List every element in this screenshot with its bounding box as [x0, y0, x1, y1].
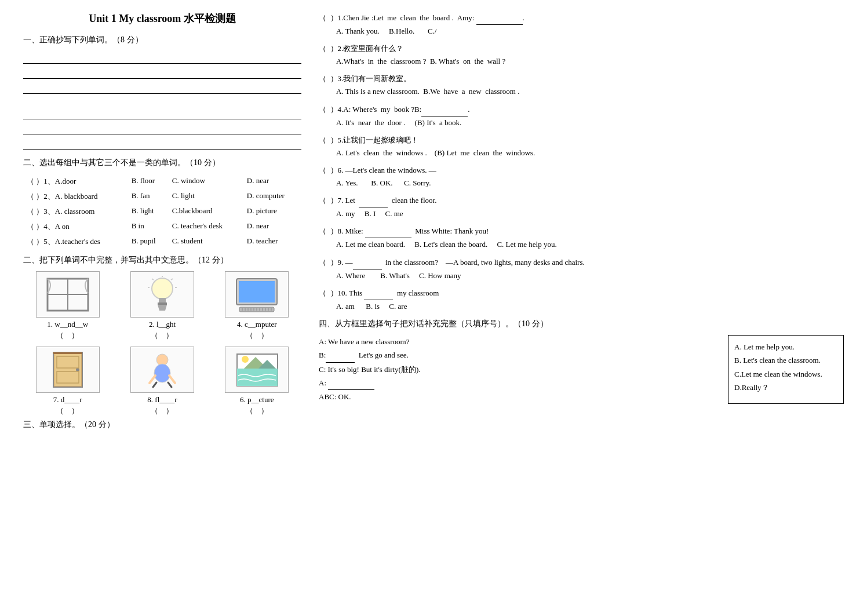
- floor-icon: [130, 347, 194, 393]
- svg-line-6: [152, 279, 154, 280]
- section4-content: A: We have a new classroom? B: Let's go …: [319, 335, 844, 404]
- section4-title: 四、从方框里选择句子把对话补充完整（只填序号）。（10 分）: [319, 319, 844, 329]
- dialog-line-1: A: We have a new classroom?: [319, 335, 719, 348]
- q10-text: （ ）10. This my classroom: [319, 287, 844, 300]
- q8-text: （ ）8. Mike: Miss White: Thank you!: [319, 225, 844, 238]
- q3-options: A. This is a new classroom. B.We have a …: [319, 85, 844, 98]
- q4-text: （ ）4.A: Where's my book ?B: .: [319, 103, 844, 116]
- section4-title: 三、单项选择。（20 分）: [23, 420, 301, 430]
- computer-icon: [225, 271, 289, 318]
- right-column: （ ）1.Chen Jie :Let me clean the board . …: [319, 12, 844, 432]
- vocab-blank-floor: 8. fl____r: [118, 395, 206, 404]
- q4-blank[interactable]: [421, 103, 468, 116]
- q7-block: （ ）7. Let clean the floor. A. my B. I C.…: [319, 194, 844, 220]
- section2-title: 二、选出每组中与其它三个不是一类的单词。（10 分）: [23, 158, 301, 168]
- vocab-picture: 6. p__cture （ ）: [213, 347, 301, 416]
- q3-text: （ ）3.我们有一间新教室。: [319, 72, 844, 85]
- q5-text: （ ）5.让我们一起擦玻璃吧！: [319, 134, 844, 147]
- svg-point-3: [152, 278, 173, 299]
- svg-marker-11: [158, 305, 167, 311]
- table-row: （ ）1、A.door B. floor C. window D. near: [23, 174, 301, 189]
- q3-block: （ ）3.我们有一间新教室。 A. This is a new classroo…: [319, 72, 844, 98]
- copy-line-4: [23, 107, 301, 119]
- q4-options: A. It's near the door . (B) It's a book.: [319, 116, 844, 129]
- dialog-blank-b[interactable]: [326, 348, 355, 362]
- vocab-grid-row1: 1. w__nd__w （ ）: [23, 271, 301, 341]
- left-column: Unit 1 My classroom 水平检测题 一、正确抄写下列单词。（8 …: [23, 12, 301, 432]
- page: Unit 1 My classroom 水平检测题 一、正确抄写下列单词。（8 …: [23, 12, 844, 432]
- choice-b: B. Let's clean the classroom.: [734, 353, 837, 367]
- q6-options: A. Yes. B. OK. C. Sorry.: [319, 177, 844, 189]
- choice-a: A. Let me help you.: [734, 340, 837, 353]
- vocab-paren-light: （ ）: [151, 330, 173, 341]
- vocab-blank-computer: 4. c__mputer: [213, 320, 301, 329]
- copy-line-2: [23, 66, 301, 79]
- q8-blank[interactable]: [365, 225, 411, 238]
- table-row: （ ）2、A. blackboard B. fan C. light D. co…: [23, 189, 301, 204]
- q10-block: （ ）10. This my classroom A. am B. is C. …: [319, 287, 844, 313]
- vocab-blank-door: 7. d____r: [23, 395, 112, 404]
- q10-blank[interactable]: [364, 287, 393, 300]
- svg-rect-4: [159, 298, 166, 302]
- svg-line-8: [171, 279, 173, 280]
- section3-title: 二、把下列单词不中完整，并写出其中文意思。（12 分）: [23, 255, 301, 265]
- vocab-grid-row2: 7. d____r （ ） 8. fl____r （: [23, 347, 301, 416]
- choice-c: C.Let me clean the windows.: [734, 367, 837, 381]
- q2-options: A.What's in the classroom ? B. What's on…: [319, 55, 844, 68]
- svg-rect-29: [53, 352, 82, 354]
- dialog-box: A: We have a new classroom? B: Let's go …: [319, 335, 719, 404]
- svg-line-35: [169, 376, 175, 383]
- dialog-line-3: C: It's so big! But it's dirty(脏的).: [319, 363, 719, 376]
- copy-lines: [23, 51, 301, 150]
- q1-options: A. Thank you. B.Hello. C./: [319, 25, 844, 38]
- svg-line-34: [150, 376, 155, 383]
- q8-options: A. Let me clean board. B. Let's clean th…: [319, 238, 844, 251]
- vocab-paren-floor: （ ）: [151, 406, 173, 416]
- svg-rect-13: [239, 281, 275, 302]
- q7-options: A. my B. I C. me: [319, 207, 844, 220]
- vocab-door: 7. d____r （ ）: [23, 347, 112, 416]
- svg-point-42: [242, 356, 249, 363]
- vocab-paren-computer: （ ）: [246, 330, 268, 341]
- q6-block: （ ）6. —Let's clean the windows. — A. Yes…: [319, 164, 844, 189]
- vocab-paren-picture: （ ）: [246, 406, 268, 416]
- svg-line-36: [153, 382, 156, 387]
- q9-blank[interactable]: [353, 256, 382, 269]
- dialog-line-5: ABC: OK.: [319, 390, 719, 403]
- q5-options: A. Let's clean the windows . (B) Let me …: [319, 147, 844, 159]
- vocab-light: 2. l__ght （ ）: [118, 271, 206, 341]
- dialog-line-2: B: Let's go and see.: [319, 348, 719, 362]
- q10-options: A. am B. is C. are: [319, 300, 844, 313]
- q2-block: （ ）2.教室里面有什么？ A.What's in the classroom …: [319, 42, 844, 68]
- q5-block: （ ）5.让我们一起擦玻璃吧！ A. Let's clean the windo…: [319, 134, 844, 159]
- word-choice-table: （ ）1、A.door B. floor C. window D. near （…: [23, 174, 301, 249]
- dialog-line-4: A:: [319, 376, 719, 390]
- q1-block: （ ）1.Chen Jie :Let me clean the board . …: [319, 12, 844, 38]
- vocab-floor: 8. fl____r （ ）: [118, 347, 206, 416]
- q1-blank[interactable]: [476, 12, 523, 25]
- q7-text: （ ）7. Let clean the floor.: [319, 194, 844, 207]
- q9-options: A. Where B. What's C. How many: [319, 269, 844, 282]
- picture-icon: [225, 347, 289, 393]
- svg-point-28: [76, 368, 79, 371]
- table-row: （ ）3、A. classroom B. light C.blackboard …: [23, 204, 301, 219]
- q9-block: （ ）9. — in the classroom? —A board, two …: [319, 256, 844, 282]
- dialog-blank-a[interactable]: [328, 376, 374, 390]
- section4: 四、从方框里选择句子把对话补充完整（只填序号）。（10 分） A: We hav…: [319, 319, 844, 404]
- svg-rect-39: [237, 369, 278, 386]
- choice-d: D.Really？: [734, 381, 837, 394]
- vocab-window: 1. w__nd__w （ ）: [23, 271, 112, 341]
- choice-box: A. Let me help you. B. Let's clean the c…: [728, 335, 844, 404]
- table-row: （ ）5、A.teacher's des B. pupil C. student…: [23, 234, 301, 249]
- table-row: （ ）4、A on B in C. teacher's desk D. near: [23, 219, 301, 234]
- q7-blank[interactable]: [359, 194, 388, 207]
- q8-block: （ ）8. Mike: Miss White: Thank you! A. Le…: [319, 225, 844, 251]
- q2-text: （ ）2.教室里面有什么？: [319, 42, 844, 55]
- svg-rect-10: [158, 302, 167, 305]
- vocab-blank-picture: 6. p__cture: [213, 395, 301, 404]
- vocab-blank-light: 2. l__ght: [118, 320, 206, 329]
- window-icon: [36, 271, 100, 318]
- copy-line-3: [23, 81, 301, 94]
- light-icon: [130, 271, 194, 318]
- copy-line-5: [23, 122, 301, 134]
